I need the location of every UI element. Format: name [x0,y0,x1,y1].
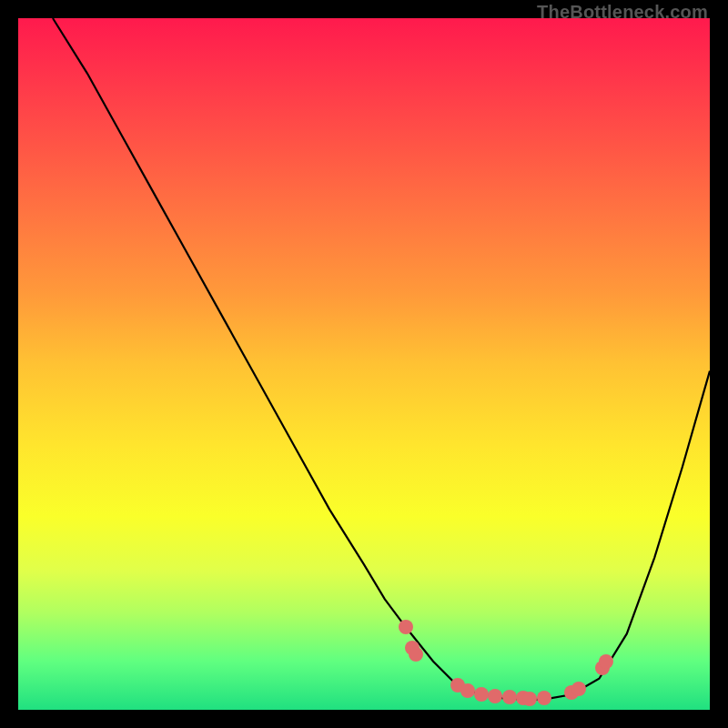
scatter-dot [599,654,613,669]
scatter-dot [537,691,551,705]
scatter-dot [502,690,517,704]
scatter-dot [409,647,423,662]
chart-frame: TheBottleneck.com [0,0,728,728]
bottleneck-curve [53,18,710,700]
plot-area [18,18,710,710]
scatter-dot [399,620,413,634]
scatter-dot [522,692,537,706]
scatter-dot [460,683,475,698]
scatter-dot [474,687,489,702]
scatter-dot [488,689,502,703]
curve-layer [18,18,710,710]
scatter-dot [571,682,586,696]
